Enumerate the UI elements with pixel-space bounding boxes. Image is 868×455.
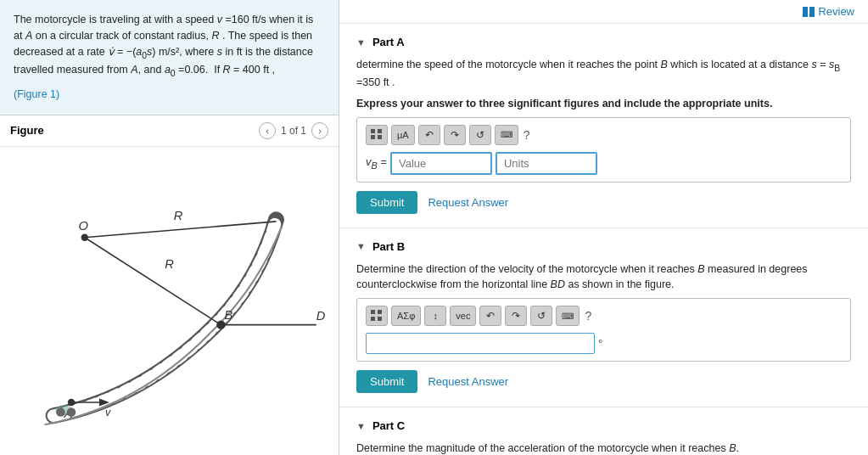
part-b-refresh-button[interactable]: ↺: [530, 306, 552, 326]
redo-button[interactable]: ↷: [444, 125, 466, 145]
part-c-instruction: Determine the magnitude of the accelerat…: [356, 441, 851, 455]
part-b-toolbar: ΑΣφ ↕ vec ↶ ↷ ↺ ⌨ ?: [366, 306, 842, 326]
refresh-button[interactable]: ↺: [469, 125, 491, 145]
part-b-matrix-button[interactable]: [366, 306, 388, 326]
part-b-header: ▼ Part B: [356, 240, 851, 253]
figure-prev-button[interactable]: ‹: [259, 122, 276, 139]
keyboard-button-a[interactable]: ⌨: [495, 125, 518, 145]
part-a-bold-instruction: Express your answer to three significant…: [356, 96, 851, 112]
part-b-undo-button[interactable]: ↶: [479, 306, 501, 326]
figure-header: Figure ‹ 1 of 1 ›: [0, 115, 339, 147]
review-icon-bar2: [809, 7, 815, 17]
keyboard-button-b[interactable]: ⌨: [556, 306, 580, 326]
left-panel: The motorcycle is traveling at with a sp…: [0, 0, 339, 455]
arrows-button[interactable]: ↕: [424, 306, 446, 326]
figure-page-info: 1 of 1: [281, 125, 306, 137]
help-icon-a: ?: [524, 128, 530, 142]
svg-text:R: R: [174, 208, 183, 222]
right-panel: Review ▼ Part A determine the speed of t…: [339, 0, 868, 455]
review-bar: Review: [339, 0, 868, 24]
figure-title: Figure: [10, 124, 44, 137]
part-a-toggle[interactable]: ▼: [356, 37, 366, 48]
sigma-button[interactable]: ΑΣφ: [391, 306, 421, 326]
figure-link[interactable]: (Figure 1): [14, 87, 325, 103]
part-c-toggle[interactable]: ▼: [356, 421, 366, 431]
part-c-label: Part C: [372, 419, 405, 432]
mu-a-button[interactable]: μA: [391, 125, 415, 145]
review-label: Review: [818, 5, 854, 18]
part-a-header: ▼ Part A: [356, 36, 851, 48]
svg-text:D: D: [316, 309, 326, 323]
svg-text:B: B: [225, 308, 233, 322]
problem-statement: The motorcycle is traveling at with a sp…: [0, 0, 339, 115]
part-b-submit-button[interactable]: Submit: [356, 370, 417, 393]
part-a-input-label: vB =: [366, 155, 387, 171]
figure-nav: ‹ 1 of 1 ›: [259, 122, 328, 139]
part-a-submit-button[interactable]: Submit: [356, 191, 417, 214]
part-b-label: Part B: [372, 240, 405, 253]
figure-svg: O R R B D A v: [0, 147, 339, 453]
part-b-instruction: Determine the direction of the velocity …: [356, 261, 851, 294]
part-a-instruction: determine the speed of the motorcycle wh…: [356, 57, 851, 91]
part-a-input-row: vB =: [366, 152, 842, 175]
svg-text:v: v: [105, 406, 111, 418]
part-a-units-input[interactable]: [496, 152, 597, 175]
part-a-label: Part A: [372, 36, 405, 48]
svg-rect-0: [0, 166, 339, 433]
svg-text:O: O: [78, 219, 88, 233]
undo-button[interactable]: ↶: [418, 125, 440, 145]
part-a-answer-box: μA ↶ ↷ ↺ ⌨ ? vB =: [356, 117, 851, 183]
part-a-action-row: Submit Request Answer: [356, 191, 851, 214]
part-a-section: ▼ Part A determine the speed of the moto…: [339, 24, 868, 228]
part-b-request-link[interactable]: Request Answer: [428, 375, 508, 388]
help-icon-b: ?: [585, 309, 591, 323]
part-b-answer-box: ΑΣφ ↕ vec ↶ ↷ ↺ ⌨ ? °: [356, 298, 851, 362]
figure-canvas: O R R B D A v: [0, 147, 339, 453]
svg-point-17: [67, 407, 76, 417]
matrix-button[interactable]: [366, 125, 388, 145]
figure-area: Figure ‹ 1 of 1 › O: [0, 115, 339, 456]
degree-symbol: °: [598, 337, 602, 350]
figure-next-button[interactable]: ›: [311, 122, 328, 139]
part-b-toggle[interactable]: ▼: [356, 241, 366, 251]
review-icon-bar1: [803, 7, 808, 17]
part-b-action-row: Submit Request Answer: [356, 370, 851, 393]
svg-point-16: [56, 407, 65, 417]
review-button[interactable]: Review: [803, 5, 854, 18]
part-b-section: ▼ Part B Determine the direction of the …: [339, 228, 868, 408]
vec-button[interactable]: vec: [450, 306, 476, 326]
part-b-angle-input[interactable]: [366, 333, 595, 354]
part-a-toolbar: μA ↶ ↷ ↺ ⌨ ?: [366, 125, 842, 145]
part-a-request-link[interactable]: Request Answer: [428, 196, 508, 209]
part-a-value-input[interactable]: [390, 152, 492, 175]
part-b-redo-button[interactable]: ↷: [505, 306, 527, 326]
part-b-angle-row: °: [366, 333, 842, 354]
part-c-header: ▼ Part C: [356, 419, 851, 432]
part-c-section: ▼ Part C Determine the magnitude of the …: [339, 407, 868, 455]
problem-text-content: The motorcycle is traveling at with a sp…: [14, 14, 313, 76]
svg-text:R: R: [165, 257, 174, 271]
